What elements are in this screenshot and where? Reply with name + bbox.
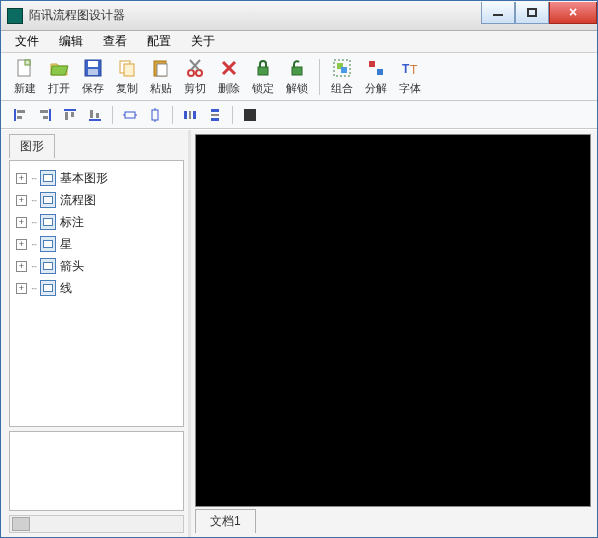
toolbar-separator (319, 59, 320, 95)
svg-rect-45 (211, 109, 219, 112)
drawing-canvas[interactable] (195, 134, 591, 507)
align-left-button[interactable] (9, 104, 31, 126)
svg-rect-26 (17, 116, 22, 119)
svg-rect-21 (377, 69, 383, 75)
plus-expander-icon[interactable]: + (16, 173, 27, 184)
svg-rect-44 (193, 111, 196, 119)
distribute-v-button[interactable] (204, 104, 226, 126)
svg-point-9 (188, 70, 194, 76)
category-icon (40, 280, 56, 296)
svg-rect-35 (96, 113, 99, 118)
titlebar[interactable]: 陌讯流程图设计器 × (1, 1, 597, 31)
svg-rect-43 (189, 111, 191, 119)
menu-view[interactable]: 查看 (95, 31, 135, 52)
align-top-button[interactable] (59, 104, 81, 126)
unlock-icon (286, 57, 308, 79)
open-button[interactable]: 打开 (43, 56, 75, 98)
menubar: 文件 编辑 查看 配置 关于 (1, 31, 597, 53)
tree-item-basic-shapes[interactable]: +··· 基本图形 (14, 167, 179, 189)
unlock-button[interactable]: 解锁 (281, 56, 313, 98)
copy-button[interactable]: 复制 (111, 56, 143, 98)
font-icon: TT (399, 57, 421, 79)
side-panel: 图形 +··· 基本图形 +··· 流程图 +··· 标注 (1, 130, 191, 537)
svg-rect-8 (157, 64, 167, 76)
svg-rect-42 (184, 111, 187, 119)
save-icon (82, 57, 104, 79)
paste-button[interactable]: 粘贴 (145, 56, 177, 98)
main-area: 文档1 (191, 130, 597, 537)
align-right-button[interactable] (34, 104, 56, 126)
menu-about[interactable]: 关于 (183, 31, 223, 52)
delete-button[interactable]: 删除 (213, 56, 245, 98)
copy-icon (116, 57, 138, 79)
svg-rect-39 (152, 110, 158, 120)
scissors-icon (184, 57, 206, 79)
document-tabs: 文档1 (195, 511, 591, 533)
menu-file[interactable]: 文件 (7, 31, 47, 52)
folder-open-icon (48, 57, 70, 79)
ungroup-button[interactable]: 分解 (360, 56, 392, 98)
new-file-icon (14, 57, 36, 79)
svg-point-10 (196, 70, 202, 76)
svg-rect-31 (65, 112, 68, 120)
lock-button[interactable]: 锁定 (247, 56, 279, 98)
plus-expander-icon[interactable]: + (16, 195, 27, 206)
group-button[interactable]: 组合 (326, 56, 358, 98)
menu-edit[interactable]: 编辑 (51, 31, 91, 52)
svg-rect-6 (124, 64, 134, 76)
svg-rect-32 (71, 112, 74, 117)
save-button[interactable]: 保存 (77, 56, 109, 98)
plus-expander-icon[interactable]: + (16, 239, 27, 250)
delete-icon (218, 57, 240, 79)
category-icon (40, 170, 56, 186)
toolbar: 新建 打开 保存 复制 粘贴 剪切 删除 锁定 (1, 53, 597, 101)
svg-rect-47 (211, 118, 219, 121)
same-size-button[interactable] (239, 104, 261, 126)
new-button[interactable]: 新建 (9, 56, 41, 98)
ungroup-icon (365, 57, 387, 79)
minimize-button[interactable] (481, 2, 515, 24)
svg-rect-46 (211, 114, 219, 116)
body-area: 图形 +··· 基本图形 +··· 流程图 +··· 标注 (1, 129, 597, 537)
svg-rect-16 (292, 67, 302, 75)
svg-text:T: T (402, 62, 410, 76)
svg-text:T: T (410, 63, 418, 77)
group-icon (331, 57, 353, 79)
lock-icon (252, 57, 274, 79)
tree-item-callout[interactable]: +··· 标注 (14, 211, 179, 233)
svg-rect-19 (341, 67, 347, 73)
align-separator-2 (172, 106, 173, 124)
same-height-button[interactable] (144, 104, 166, 126)
tree-item-flowchart[interactable]: +··· 流程图 (14, 189, 179, 211)
svg-rect-3 (88, 61, 98, 67)
shape-preview (9, 431, 184, 511)
svg-rect-1 (25, 60, 30, 65)
paste-icon (150, 57, 172, 79)
plus-expander-icon[interactable]: + (16, 261, 27, 272)
close-button[interactable]: × (549, 2, 597, 24)
app-icon (7, 8, 23, 24)
align-separator-3 (232, 106, 233, 124)
shape-tree[interactable]: +··· 基本图形 +··· 流程图 +··· 标注 +··· (9, 160, 184, 427)
plus-expander-icon[interactable]: + (16, 217, 27, 228)
scrollbar-thumb[interactable] (12, 517, 30, 531)
same-width-button[interactable] (119, 104, 141, 126)
tree-item-line[interactable]: +··· 线 (14, 277, 179, 299)
svg-rect-36 (125, 112, 135, 118)
cut-button[interactable]: 剪切 (179, 56, 211, 98)
tree-item-arrow[interactable]: +··· 箭头 (14, 255, 179, 277)
window-title: 陌讯流程图设计器 (29, 7, 125, 24)
maximize-button[interactable] (515, 2, 549, 24)
horizontal-scrollbar[interactable] (9, 515, 184, 533)
align-separator-1 (112, 106, 113, 124)
shapes-panel-tab[interactable]: 图形 (9, 134, 55, 158)
plus-expander-icon[interactable]: + (16, 283, 27, 294)
menu-config[interactable]: 配置 (139, 31, 179, 52)
distribute-h-button[interactable] (179, 104, 201, 126)
svg-rect-29 (43, 116, 48, 119)
svg-rect-4 (88, 69, 98, 75)
tree-item-star[interactable]: +··· 星 (14, 233, 179, 255)
font-button[interactable]: TT 字体 (394, 56, 426, 98)
document-tab-1[interactable]: 文档1 (195, 509, 256, 533)
align-bottom-button[interactable] (84, 104, 106, 126)
